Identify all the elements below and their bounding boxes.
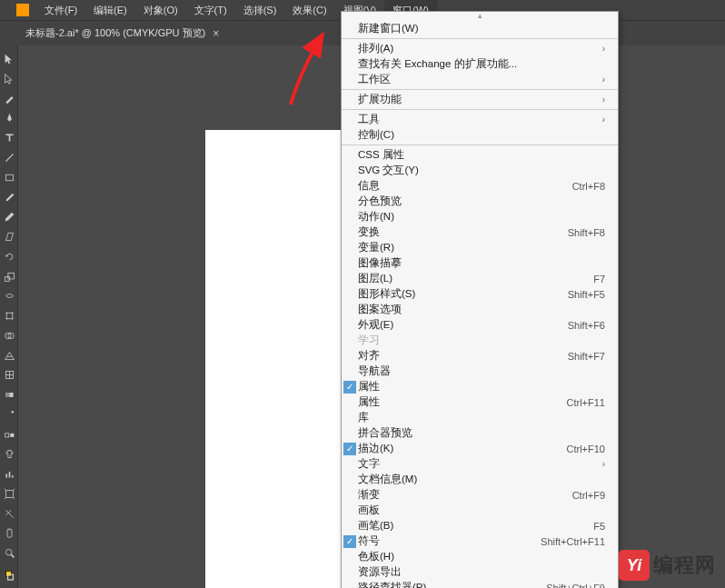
menu-item-新建窗口w[interactable]: 新建窗口(W) [342, 21, 618, 36]
menu-item-渐变[interactable]: 渐变Ctrl+F9 [342, 487, 618, 503]
menu-item-工作区[interactable]: 工作区› [342, 72, 618, 87]
scroll-up-icon[interactable]: ▴ [342, 12, 618, 21]
menu-item-外观e[interactable]: 外观(E)Shift+F6 [342, 317, 618, 333]
checkmark-icon: ✓ [343, 535, 356, 548]
menu-item-扩展功能[interactable]: 扩展功能› [342, 92, 618, 107]
menu-item-信息[interactable]: 信息Ctrl+F8 [342, 178, 618, 194]
hand-tool[interactable] [0, 523, 18, 543]
menu-item-对齐[interactable]: 对齐Shift+F7 [342, 348, 618, 364]
fill-stroke-indicator[interactable] [0, 563, 18, 589]
pen-tool[interactable] [0, 108, 18, 128]
direct-selection-tool[interactable] [0, 69, 18, 89]
menu-item-变量r[interactable]: 变量(R) [342, 240, 618, 255]
menu-item-label: 信息 [358, 179, 572, 193]
pencil-tool[interactable] [0, 207, 18, 227]
menu-item-画笔b[interactable]: 画笔(B)F5 [342, 518, 618, 533]
eyedropper-tool[interactable] [0, 405, 18, 425]
menu-item-描边k[interactable]: ✓描边(K)Ctrl+F10 [342, 441, 618, 456]
artboard-tool[interactable] [0, 484, 18, 504]
check-placeholder [342, 93, 358, 106]
menu-item-属性[interactable]: ✓属性 [342, 379, 618, 394]
svg-rect-3 [6, 313, 13, 319]
perspective-tool[interactable] [0, 345, 18, 365]
eraser-tool[interactable] [0, 227, 18, 247]
menu-item-label: 对齐 [358, 349, 568, 363]
menu-item-分色预览[interactable]: 分色预览 [342, 194, 618, 209]
check-placeholder [342, 473, 358, 486]
mesh-tool[interactable] [0, 365, 18, 385]
menu-文件[interactable]: 文件(F) [36, 0, 85, 20]
free-transform-tool[interactable] [0, 306, 18, 326]
zoom-tool[interactable] [0, 543, 18, 563]
rectangle-tool[interactable] [0, 168, 18, 188]
blend-tool[interactable] [0, 424, 18, 444]
menu-item-导航器[interactable]: 导航器 [342, 364, 618, 379]
chevron-right-icon: › [602, 115, 605, 125]
check-placeholder [342, 256, 358, 270]
menu-item-css属性[interactable]: CSS 属性 [342, 147, 618, 163]
menu-选择[interactable]: 选择(S) [235, 0, 285, 20]
selection-tool[interactable] [0, 49, 18, 69]
check-placeholder [342, 395, 358, 409]
check-placeholder [342, 128, 358, 142]
menu-item-图形样式s[interactable]: 图形样式(S)Shift+F5 [342, 286, 618, 302]
menu-item-图案选项[interactable]: 图案选项 [342, 302, 618, 317]
menu-效果[interactable]: 效果(C) [284, 0, 334, 20]
menu-item-label: 工具 [358, 113, 602, 126]
svg-point-5 [11, 313, 13, 314]
menu-item-排列a[interactable]: 排列(A)› [342, 41, 618, 56]
svg-rect-17 [11, 475, 13, 477]
shortcut-label: Ctrl+F11 [567, 397, 606, 408]
slice-tool[interactable] [0, 503, 18, 523]
menu-item-查找有关exchange的扩展功能[interactable]: 查找有关 Exchange 的扩展功能... [342, 56, 618, 72]
menu-item-label: 查找有关 Exchange 的扩展功能... [358, 57, 605, 71]
check-placeholder [342, 349, 358, 363]
menu-item-动作n[interactable]: 动作(N) [342, 209, 618, 224]
rotate-tool[interactable] [0, 247, 18, 267]
svg-rect-16 [8, 472, 10, 478]
menu-item-色板h[interactable]: 色板(H) [342, 549, 618, 564]
menu-item-图像描摹[interactable]: 图像描摹 [342, 255, 618, 271]
check-placeholder [342, 57, 358, 71]
symbol-sprayer-tool[interactable] [0, 444, 18, 464]
close-icon[interactable]: × [213, 27, 219, 40]
menu-对象[interactable]: 对象(O) [135, 0, 186, 20]
shape-builder-tool[interactable] [0, 326, 18, 346]
menu-item-拼合器预览[interactable]: 拼合器预览 [342, 425, 618, 441]
menu-item-label: 动作(N) [358, 210, 605, 224]
menu-item-图层l[interactable]: 图层(L)F7 [342, 271, 618, 286]
line-tool[interactable] [0, 148, 18, 168]
menu-item-控制c[interactable]: 控制(C) [342, 127, 618, 143]
menu-item-画板[interactable]: 画板 [342, 503, 618, 518]
menu-item-文字[interactable]: 文字› [342, 456, 618, 472]
width-tool[interactable] [0, 286, 18, 306]
paintbrush-tool[interactable] [0, 187, 18, 207]
svg-rect-13 [5, 434, 8, 437]
document-tab[interactable]: 未标题-2.ai* @ 100% (CMYK/GPU 预览) × [18, 26, 226, 40]
menu-item-label: 画板 [358, 503, 605, 517]
type-tool[interactable] [0, 128, 18, 148]
menu-item-路径查找器p[interactable]: 路径查找器(P)Shift+Ctrl+F9 [342, 580, 618, 588]
watermark: Yi 编程网 [619, 550, 716, 581]
menu-item-符号[interactable]: ✓符号Shift+Ctrl+F11 [342, 533, 618, 549]
scale-tool[interactable] [0, 266, 18, 286]
menu-item-变换[interactable]: 变换Shift+F8 [342, 224, 618, 240]
menu-item-资源导出[interactable]: 资源导出 [342, 564, 618, 580]
menu-item-label: 变量(R) [358, 241, 605, 254]
svg-rect-15 [5, 474, 7, 478]
menu-item-属性[interactable]: 属性Ctrl+F11 [342, 394, 618, 410]
gradient-tool[interactable] [0, 385, 18, 405]
menu-编辑[interactable]: 编辑(E) [85, 0, 135, 20]
check-placeholder [342, 164, 358, 177]
menu-item-库[interactable]: 库 [342, 410, 618, 425]
artboard[interactable] [205, 130, 362, 588]
menu-item-svg交互y[interactable]: SVG 交互(Y) [342, 163, 618, 178]
window-menu-dropdown: ▴ 新建窗口(W)排列(A)›查找有关 Exchange 的扩展功能...工作区… [341, 11, 619, 588]
menu-item-文档信息m[interactable]: 文档信息(M) [342, 472, 618, 487]
check-placeholder [342, 287, 358, 301]
chevron-right-icon: › [602, 44, 605, 54]
magic-wand-tool[interactable] [0, 89, 18, 109]
menu-item-工具[interactable]: 工具› [342, 112, 618, 127]
column-graph-tool[interactable] [0, 464, 18, 484]
menu-文字[interactable]: 文字(T) [186, 0, 235, 20]
